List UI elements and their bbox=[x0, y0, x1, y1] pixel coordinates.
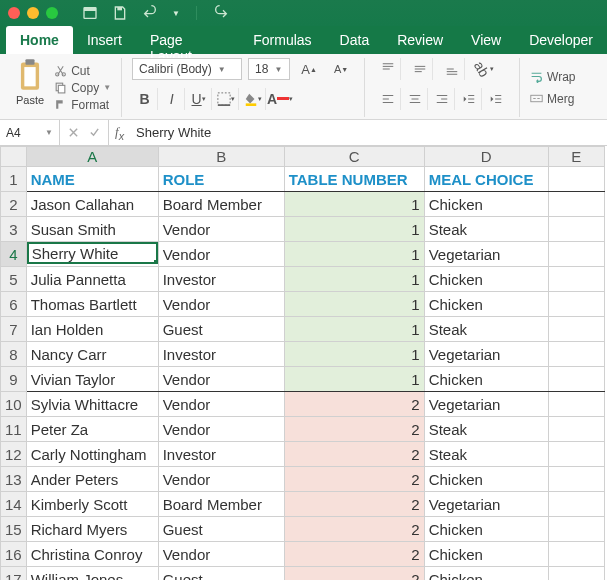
col-header-e[interactable]: E bbox=[548, 147, 604, 167]
row-header[interactable]: 7 bbox=[1, 317, 27, 342]
cell[interactable]: 1 bbox=[284, 317, 424, 342]
redo-icon[interactable] bbox=[213, 5, 229, 21]
col-header-a[interactable]: A bbox=[26, 147, 158, 167]
cell[interactable]: Julia Pannetta bbox=[26, 267, 158, 292]
cell[interactable] bbox=[548, 367, 604, 392]
save-icon[interactable] bbox=[112, 5, 128, 21]
window-icon[interactable] bbox=[82, 5, 98, 21]
cell[interactable]: Investor bbox=[158, 342, 284, 367]
cell[interactable]: Christina Conroy bbox=[26, 542, 158, 567]
row-header[interactable]: 16 bbox=[1, 542, 27, 567]
row-header[interactable]: 14 bbox=[1, 492, 27, 517]
cell[interactable]: Vegetarian bbox=[424, 492, 548, 517]
cell[interactable]: Chicken bbox=[424, 267, 548, 292]
cell[interactable]: 2 bbox=[284, 442, 424, 467]
cell[interactable]: Chicken bbox=[424, 517, 548, 542]
cell[interactable]: 2 bbox=[284, 392, 424, 417]
cell[interactable]: Investor bbox=[158, 442, 284, 467]
cell[interactable]: 1 bbox=[284, 267, 424, 292]
cell[interactable]: 2 bbox=[284, 517, 424, 542]
cell[interactable]: Steak bbox=[424, 417, 548, 442]
cell[interactable]: Richard Myers bbox=[26, 517, 158, 542]
tab-data[interactable]: Data bbox=[326, 26, 384, 54]
cell[interactable]: Peter Za bbox=[26, 417, 158, 442]
align-middle-button[interactable] bbox=[407, 58, 433, 80]
row-header[interactable]: 2 bbox=[1, 192, 27, 217]
cell[interactable]: Ian Holden bbox=[26, 317, 158, 342]
fx-label[interactable]: fx bbox=[109, 124, 130, 142]
cell[interactable]: Nancy Carr bbox=[26, 342, 158, 367]
spreadsheet-grid[interactable]: A B C D E 1 NAME ROLE TABLE NUMBER MEAL … bbox=[0, 146, 607, 580]
cell[interactable] bbox=[548, 567, 604, 581]
col-header-c[interactable]: C bbox=[284, 147, 424, 167]
enter-formula-icon[interactable] bbox=[89, 127, 100, 138]
cell[interactable]: Chicken bbox=[424, 192, 548, 217]
cell[interactable]: 2 bbox=[284, 492, 424, 517]
cell[interactable]: Susan Smith bbox=[26, 217, 158, 242]
cell[interactable]: Thomas Bartlett bbox=[26, 292, 158, 317]
undo-dropdown-icon[interactable]: ▼ bbox=[172, 9, 180, 18]
font-color-button[interactable]: A▾ bbox=[267, 88, 293, 110]
formula-input[interactable]: Sherry White bbox=[130, 125, 217, 140]
cell[interactable] bbox=[548, 317, 604, 342]
cell[interactable]: TABLE NUMBER bbox=[284, 167, 424, 192]
row-header[interactable]: 9 bbox=[1, 367, 27, 392]
font-size-select[interactable]: 18▼ bbox=[248, 58, 290, 80]
tab-page-layout[interactable]: Page Layout bbox=[136, 26, 239, 54]
cell[interactable]: Vivian Taylor bbox=[26, 367, 158, 392]
cell[interactable]: Board Member bbox=[158, 492, 284, 517]
col-header-d[interactable]: D bbox=[424, 147, 548, 167]
paste-icon[interactable] bbox=[16, 58, 44, 92]
cell[interactable]: Vendor bbox=[158, 242, 284, 267]
cell[interactable]: Vegetarian bbox=[424, 342, 548, 367]
cell[interactable] bbox=[548, 192, 604, 217]
minimize-window-button[interactable] bbox=[27, 7, 39, 19]
cell[interactable] bbox=[548, 242, 604, 267]
cancel-formula-icon[interactable] bbox=[68, 127, 79, 138]
cell[interactable]: Vendor bbox=[158, 292, 284, 317]
cell[interactable]: Kimberly Scott bbox=[26, 492, 158, 517]
cell[interactable]: 2 bbox=[284, 542, 424, 567]
wrap-text-button[interactable]: Wrap bbox=[530, 70, 575, 84]
cell[interactable]: Chicken bbox=[424, 367, 548, 392]
merge-button[interactable]: Merg bbox=[530, 92, 575, 106]
align-bottom-button[interactable] bbox=[439, 58, 465, 80]
cell[interactable]: ROLE bbox=[158, 167, 284, 192]
cell[interactable]: MEAL CHOICE bbox=[424, 167, 548, 192]
decrease-indent-button[interactable] bbox=[456, 88, 482, 110]
cell[interactable]: Chicken bbox=[424, 542, 548, 567]
cell[interactable]: Vendor bbox=[158, 367, 284, 392]
row-header[interactable]: 13 bbox=[1, 467, 27, 492]
cell[interactable]: 2 bbox=[284, 467, 424, 492]
cell[interactable]: 2 bbox=[284, 567, 424, 581]
format-painter-button[interactable]: Format bbox=[54, 98, 111, 112]
font-name-select[interactable]: Calibri (Body)▼ bbox=[132, 58, 242, 80]
cell[interactable] bbox=[548, 342, 604, 367]
row-header[interactable]: 1 bbox=[1, 167, 27, 192]
tab-insert[interactable]: Insert bbox=[73, 26, 136, 54]
row-header[interactable]: 12 bbox=[1, 442, 27, 467]
align-top-button[interactable] bbox=[375, 58, 401, 80]
bold-button[interactable]: B bbox=[132, 88, 158, 110]
cell[interactable]: 1 bbox=[284, 342, 424, 367]
cell[interactable]: Steak bbox=[424, 442, 548, 467]
cell[interactable]: 1 bbox=[284, 242, 424, 267]
shrink-font-button[interactable]: A▼ bbox=[328, 58, 354, 80]
cell[interactable]: 1 bbox=[284, 217, 424, 242]
cell[interactable]: Sherry White bbox=[27, 242, 158, 264]
copy-button[interactable]: Copy▼ bbox=[54, 81, 111, 95]
row-header[interactable]: 6 bbox=[1, 292, 27, 317]
row-header[interactable]: 4 bbox=[1, 242, 27, 267]
undo-icon[interactable] bbox=[142, 5, 158, 21]
cell[interactable]: Vendor bbox=[158, 417, 284, 442]
cell[interactable]: Vegetarian bbox=[424, 392, 548, 417]
row-header[interactable]: 3 bbox=[1, 217, 27, 242]
tab-developer[interactable]: Developer bbox=[515, 26, 607, 54]
cell[interactable]: 1 bbox=[284, 192, 424, 217]
cell[interactable]: Board Member bbox=[158, 192, 284, 217]
cell[interactable]: 1 bbox=[284, 292, 424, 317]
cell[interactable]: William Jones bbox=[26, 567, 158, 581]
cell[interactable]: Vegetarian bbox=[424, 242, 548, 267]
cell[interactable] bbox=[548, 442, 604, 467]
cell[interactable] bbox=[548, 292, 604, 317]
